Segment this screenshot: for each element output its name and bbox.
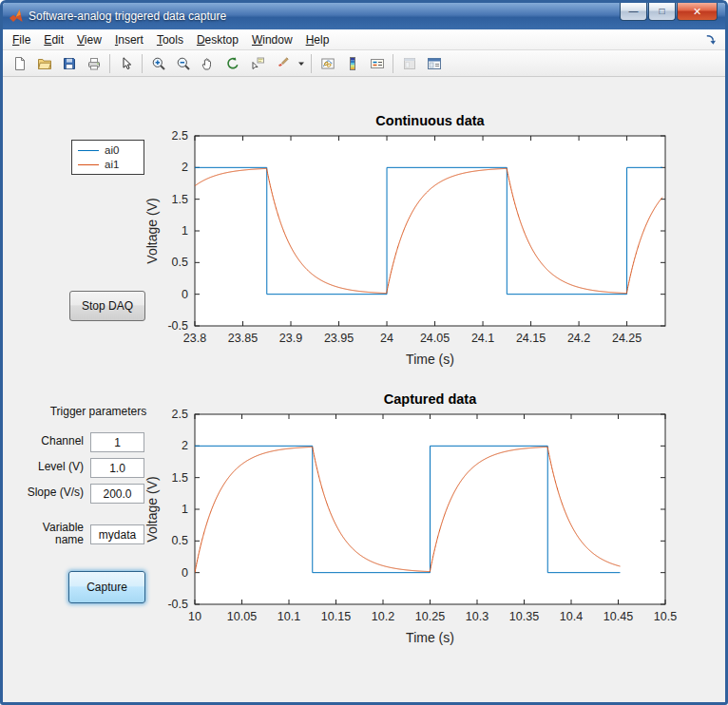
legend-line-sample (78, 150, 99, 151)
svg-text:Voltage (V): Voltage (V) (144, 476, 160, 542)
legend-label: ai1 (105, 159, 119, 170)
menu-item-desktop[interactable]: Desktop (190, 30, 245, 49)
save-figure-button[interactable] (57, 52, 81, 75)
menu-item-help[interactable]: Help (299, 30, 336, 49)
edit-plot-button[interactable] (114, 52, 138, 75)
legend-box[interactable]: ai0ai1 (71, 140, 144, 175)
new-figure-icon (12, 56, 28, 71)
brush-button[interactable] (270, 52, 294, 75)
capture-button[interactable]: Capture (68, 571, 145, 603)
zoom-in-icon (151, 56, 166, 71)
svg-text:1: 1 (182, 503, 188, 516)
svg-text:Continuous data: Continuous data (375, 113, 485, 128)
menu-bar: FileEditViewInsertToolsDesktopWindowHelp (3, 29, 725, 50)
legend-line-sample (78, 164, 99, 165)
svg-text:0: 0 (182, 288, 188, 301)
svg-text:10.25: 10.25 (415, 610, 445, 623)
open-file-button[interactable] (32, 52, 56, 75)
svg-text:24: 24 (380, 332, 393, 345)
insert-legend-icon (370, 56, 385, 71)
pan-icon (201, 56, 216, 71)
link-plot-icon (320, 56, 335, 71)
show-plot-tools-dock-button[interactable] (422, 52, 446, 75)
svg-text:23.8: 23.8 (183, 332, 206, 345)
toolbar-separator (311, 54, 312, 73)
svg-text:10: 10 (188, 610, 201, 623)
menu-item-view[interactable]: View (70, 30, 108, 49)
legend-entry-ai1: ai1 (78, 159, 138, 170)
svg-text:10.2: 10.2 (372, 610, 394, 623)
legend-entry-ai0: ai0 (78, 144, 138, 156)
variable-name-input[interactable] (90, 524, 144, 544)
edit-plot-icon (119, 56, 134, 71)
level-v-input[interactable] (90, 458, 144, 478)
print-figure-button[interactable] (82, 52, 105, 75)
svg-text:24.1: 24.1 (471, 332, 494, 345)
window: Software-analog triggered data capture —… (0, 0, 728, 705)
save-figure-icon (62, 56, 77, 71)
svg-text:10.1: 10.1 (278, 610, 300, 623)
brush-icon (275, 56, 290, 71)
show-plot-tools-dock-icon (427, 56, 442, 71)
brush-dropdown-button[interactable] (295, 52, 307, 75)
channel-input[interactable] (90, 432, 144, 452)
svg-text:10.15: 10.15 (321, 610, 351, 623)
figure-area: ai0ai1 Stop DAQ Trigger parameters Captu… (3, 77, 725, 702)
menu-item-insert[interactable]: Insert (108, 30, 150, 49)
link-plot-button[interactable] (316, 52, 339, 75)
zoom-out-button[interactable] (171, 52, 195, 75)
minimize-button[interactable]: — (620, 3, 647, 21)
svg-text:Captured data: Captured data (384, 391, 477, 407)
maximize-button[interactable]: □ (648, 3, 676, 21)
dock-figure-icon[interactable] (699, 31, 722, 48)
field-label-slope-v-s: Slope (V/s) (23, 486, 84, 499)
svg-text:2: 2 (182, 161, 188, 174)
menu-item-file[interactable]: File (6, 30, 37, 49)
stop-daq-button[interactable]: Stop DAQ (69, 291, 145, 321)
svg-text:10.05: 10.05 (227, 610, 257, 623)
pan-button[interactable] (196, 52, 220, 75)
zoom-in-button[interactable] (146, 52, 170, 75)
svg-text:10.35: 10.35 (509, 610, 539, 623)
svg-text:2: 2 (182, 439, 188, 452)
insert-legend-button[interactable] (365, 52, 389, 75)
svg-text:Voltage (V): Voltage (V) (144, 198, 160, 263)
field-label-level-v: Level (V) (23, 461, 84, 473)
hide-plot-tools-button[interactable] (397, 52, 421, 75)
toolbar-separator (393, 54, 393, 73)
menu-item-tools[interactable]: Tools (150, 30, 190, 49)
svg-text:2.5: 2.5 (172, 129, 188, 143)
svg-text:1.5: 1.5 (172, 193, 188, 206)
field-label-channel: Channel (23, 435, 84, 448)
slope-v-s-input[interactable] (90, 484, 144, 504)
svg-text:10.45: 10.45 (603, 610, 633, 623)
legend-label: ai0 (105, 144, 119, 156)
rotate-3d-icon (225, 56, 240, 71)
menu-item-edit[interactable]: Edit (37, 30, 70, 49)
rotate-3d-button[interactable] (220, 52, 244, 75)
brush-dropdown-icon (297, 56, 305, 71)
field-label-variable-name: Variable name (23, 522, 84, 546)
titlebar[interactable]: Software-analog triggered data capture —… (3, 3, 725, 29)
new-figure-button[interactable] (8, 52, 31, 75)
window-controls: — □ ✕ (620, 3, 718, 21)
close-button[interactable]: ✕ (677, 3, 718, 21)
svg-text:0: 0 (182, 566, 188, 580)
chart-captured-data: 1010.0510.110.1510.210.2510.310.3510.410… (143, 386, 680, 650)
svg-text:24.15: 24.15 (516, 332, 546, 345)
svg-text:10.5: 10.5 (654, 610, 677, 623)
data-cursor-button[interactable] (245, 52, 269, 75)
svg-text:Time (s): Time (s) (406, 352, 454, 367)
chart-continuous-data: 23.823.8523.923.952424.0524.124.1524.224… (143, 107, 680, 372)
insert-colorbar-icon (345, 56, 360, 71)
zoom-out-icon (176, 56, 191, 71)
menu-item-window[interactable]: Window (245, 30, 299, 49)
svg-text:23.95: 23.95 (324, 332, 354, 345)
toolbar-separator (109, 54, 110, 73)
svg-text:1.5: 1.5 (172, 471, 188, 485)
svg-text:24.05: 24.05 (420, 332, 450, 345)
data-cursor-icon (250, 56, 265, 71)
svg-text:23.9: 23.9 (279, 332, 302, 345)
insert-colorbar-button[interactable] (340, 52, 364, 75)
window-title: Software-analog triggered data capture (29, 10, 226, 23)
